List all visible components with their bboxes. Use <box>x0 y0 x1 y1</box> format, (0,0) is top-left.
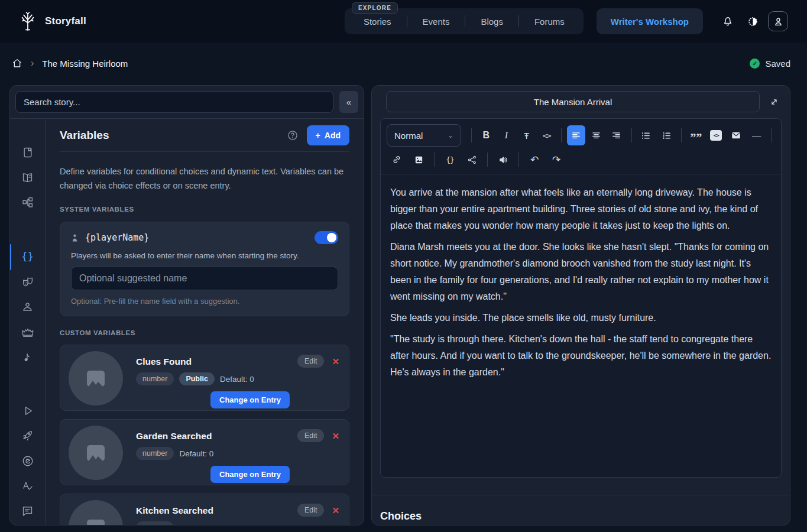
delete-variable-icon[interactable]: ✕ <box>332 357 339 366</box>
player-name-toggle[interactable] <box>315 231 338 244</box>
story-sidebar-panel: « <box>9 85 364 525</box>
sidebar-search-row: « <box>10 86 364 118</box>
spellcheck-icon[interactable] <box>15 475 41 497</box>
writers-workshop-button[interactable]: Writer's Workshop <box>597 8 703 34</box>
insert-variable-icon[interactable]: {} <box>440 150 460 170</box>
image-placeholder-icon <box>87 445 105 461</box>
hand-circle-icon[interactable] <box>15 450 41 472</box>
bullet-list-icon[interactable] <box>637 125 655 145</box>
chevron-right-icon: › <box>31 58 34 69</box>
type-badge: number <box>136 447 174 460</box>
open-book-icon[interactable] <box>15 166 41 189</box>
theater-masks-icon[interactable] <box>15 271 41 293</box>
chevron-down-icon: ⌄ <box>448 132 453 140</box>
crown-icon[interactable] <box>15 320 41 343</box>
align-right-icon[interactable] <box>607 125 625 145</box>
home-icon[interactable] <box>12 58 22 69</box>
scene-text-editor[interactable]: You arrive at the mansion after what fee… <box>381 174 781 395</box>
player-name-variable: {playerName} <box>85 232 149 243</box>
edit-variable-button[interactable]: Edit <box>297 504 325 517</box>
insert-image-icon[interactable] <box>409 150 429 170</box>
notebook-icon[interactable] <box>15 141 41 164</box>
change-on-entry-button[interactable]: Change on Entry <box>210 391 290 408</box>
variables-braces-icon[interactable]: {} <box>15 245 41 268</box>
nav-item-blogs[interactable]: Blogs <box>465 8 518 34</box>
custom-variables-label: CUSTOM VARIABLES <box>60 329 349 336</box>
edit-variable-button[interactable]: Edit <box>297 355 325 368</box>
paragraph-style-select[interactable]: Normal ⌄ <box>387 124 461 147</box>
horizontal-rule-icon[interactable]: — <box>747 125 766 145</box>
character-person-icon[interactable] <box>15 296 41 318</box>
scene-title-input[interactable] <box>386 91 760 112</box>
toolbar-divider <box>518 153 519 167</box>
active-tab-indicator <box>9 244 11 270</box>
add-variable-button[interactable]: + Add <box>307 125 349 145</box>
variable-avatar[interactable] <box>69 426 123 480</box>
scene-editor-panel: Normal ⌄ B I Ŧ <> <box>371 85 790 525</box>
undo-icon[interactable]: ↶ <box>524 150 545 170</box>
nav-item-forums[interactable]: Forums <box>519 8 580 34</box>
change-on-entry-button[interactable]: Change on Entry <box>210 466 290 483</box>
inline-code-icon[interactable]: <> <box>537 125 556 145</box>
audio-speaker-icon[interactable] <box>493 150 513 170</box>
breadcrumb: › The Missing Heirloom ✓ Saved <box>0 43 807 85</box>
align-left-icon[interactable] <box>567 125 585 145</box>
ordered-list-icon[interactable] <box>657 125 676 145</box>
default-value: Default: 0 <box>220 375 254 384</box>
save-status: ✓ Saved <box>750 59 790 69</box>
image-placeholder-icon <box>87 520 105 525</box>
variable-avatar[interactable] <box>69 500 123 525</box>
explore-chip: EXPLORE <box>352 2 398 14</box>
mail-icon[interactable] <box>727 125 746 145</box>
variable-card-clues-found: Clues Found number Public Default: 0 Cha… <box>60 345 349 411</box>
strikethrough-icon[interactable]: Ŧ <box>517 125 536 145</box>
choices-section: Choices <box>372 495 790 523</box>
music-note-icon[interactable] <box>15 346 41 368</box>
italic-icon[interactable]: I <box>497 125 516 145</box>
tool-rail: {} <box>10 119 46 525</box>
theme-toggle-icon[interactable] <box>743 12 762 31</box>
code-block-icon[interactable]: <> <box>707 125 725 145</box>
delete-variable-icon[interactable]: ✕ <box>332 432 339 440</box>
bold-icon[interactable]: B <box>477 125 495 145</box>
player-name-variable-card: {playerName} Players will be asked to en… <box>60 222 349 316</box>
rocket-icon[interactable] <box>15 425 41 447</box>
suggested-name-input[interactable] <box>71 267 338 290</box>
edit-variable-button[interactable]: Edit <box>297 429 325 442</box>
scene-paragraph: She leads you inside. The place smells l… <box>390 310 772 326</box>
collapse-panel-button[interactable]: « <box>339 91 358 113</box>
scene-paragraph: "The study is through there. Kitchen's d… <box>390 331 772 381</box>
blockquote-icon[interactable]: ”” <box>687 125 705 145</box>
toolbar-divider <box>771 128 772 142</box>
help-icon[interactable] <box>287 129 299 141</box>
type-badge: number <box>136 372 174 385</box>
variables-panel: Variables + Add Define variables for con… <box>46 119 364 525</box>
user-avatar-button[interactable] <box>768 11 788 31</box>
redo-icon[interactable]: ↷ <box>546 150 566 170</box>
variable-card-garden-searched: Garden Searched number Default: 0 Change… <box>60 419 349 485</box>
notifications-bell-icon[interactable] <box>718 12 737 31</box>
saved-check-icon: ✓ <box>750 59 760 69</box>
search-input[interactable] <box>15 91 333 113</box>
storyfall-tree-logo-icon <box>19 11 37 32</box>
toolbar-divider <box>681 128 682 142</box>
link-icon[interactable] <box>387 150 407 170</box>
toolbar-divider <box>631 128 632 142</box>
nav-item-events[interactable]: Events <box>407 8 465 34</box>
toggle-knob <box>327 233 336 242</box>
flowchart-icon[interactable] <box>15 192 41 214</box>
top-nav-bar: Storyfall EXPLORE Stories Events Blogs F… <box>0 0 807 43</box>
player-name-description: Players will be asked to enter their nam… <box>71 251 338 260</box>
comments-icon[interactable] <box>15 500 41 523</box>
branch-share-icon[interactable] <box>462 150 482 170</box>
expand-icon[interactable] <box>765 93 783 111</box>
play-icon[interactable] <box>15 400 41 422</box>
align-center-icon[interactable] <box>587 125 605 145</box>
choices-title: Choices <box>380 510 790 523</box>
main-content: « <box>0 85 807 525</box>
brand-name: Storyfall <box>45 15 86 27</box>
delete-variable-icon[interactable]: ✕ <box>332 506 339 515</box>
default-value: Default: 0 <box>179 524 213 525</box>
variable-avatar[interactable] <box>69 351 123 406</box>
brand: Storyfall <box>19 11 86 32</box>
